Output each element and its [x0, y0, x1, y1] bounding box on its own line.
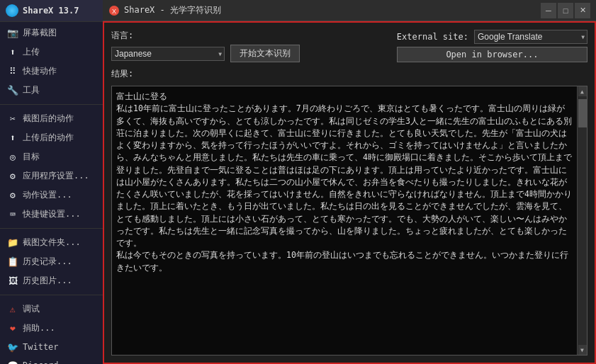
- sidebar-divider-3: [0, 295, 103, 295]
- folder-icon: 📁: [7, 237, 18, 249]
- app-settings-icon: ⚙: [7, 171, 18, 182]
- sidebar-item-screenshot[interactable]: 📷 屏幕截图: [0, 23, 103, 42]
- tools-icon: 🔧: [7, 85, 18, 96]
- sidebar-item-donate[interactable]: ❤ 捐助...: [0, 319, 103, 338]
- lang-select-wrapper: Japanese Chinese (Simplified) Chinese (T…: [111, 47, 225, 61]
- sidebar-bottom-section: ⚠ 调试 ❤ 捐助... 🐦 Twitter 💬 Discord ℹ 关于...: [0, 298, 103, 364]
- sidebar-divider-2: [0, 228, 103, 229]
- sidebar-item-label: 捐助...: [23, 322, 55, 334]
- scroll-down-arrow[interactable]: ▼: [578, 345, 587, 355]
- result-label: 结果:: [111, 68, 587, 80]
- ext-select-wrapper: Google Translate DeepL Bing Translator: [474, 30, 587, 44]
- sidebar-item-label: 截图后的动作: [23, 113, 74, 125]
- hotkey-settings-icon: ⌨: [7, 209, 18, 220]
- app-title: ShareX 13.7: [23, 6, 79, 16]
- sidebar-item-twitter[interactable]: 🐦 Twitter: [0, 338, 103, 356]
- sidebar-files-section: 📁 截图文件夹... 📋 历史记录... 🖼 历史图片...: [0, 232, 103, 292]
- sidebar-item-label: Discord: [23, 360, 59, 364]
- start-ocr-button[interactable]: 开始文本识别: [230, 45, 300, 62]
- upload-icon: ⬆: [7, 47, 18, 58]
- app-logo-icon: [6, 4, 18, 17]
- sidebar-item-tools[interactable]: 🔧 工具: [0, 81, 103, 100]
- scrollbar[interactable]: ▲ ▼: [577, 86, 587, 355]
- after-capture-icon: ✂: [7, 113, 18, 125]
- external-label: External site:: [397, 32, 468, 42]
- lang-label: 语言:: [111, 30, 300, 42]
- dialog-content: 语言: Japanese Chinese (Simplified) Chines…: [103, 21, 596, 364]
- svg-text:X: X: [112, 8, 116, 15]
- close-button[interactable]: ✕: [575, 3, 590, 18]
- sidebar-header: ShareX 13.7: [0, 0, 103, 22]
- discord-icon: 💬: [7, 360, 18, 364]
- scroll-thumb[interactable]: [578, 99, 587, 127]
- external-site-select[interactable]: Google Translate DeepL Bing Translator: [474, 30, 587, 44]
- minimize-button[interactable]: ─: [541, 3, 556, 18]
- sidebar-item-hotkey-settings[interactable]: ⌨ 快捷键设置...: [0, 205, 103, 224]
- twitter-icon: 🐦: [7, 341, 18, 353]
- sidebar-item-action-settings[interactable]: ⚙ 动作设置...: [0, 186, 103, 205]
- after-upload-icon: ⬆: [7, 132, 18, 144]
- sidebar-item-label: 屏幕截图: [23, 27, 57, 39]
- maximize-button[interactable]: □: [558, 3, 573, 18]
- history-icon: 📋: [7, 256, 18, 268]
- action-settings-icon: ⚙: [7, 190, 18, 201]
- sidebar-top-section: 📷 屏幕截图 ⬆ 上传 ⠿ 快捷动作 🔧 工具: [0, 22, 103, 101]
- open-browser-button[interactable]: Open in browser...: [397, 47, 587, 62]
- sidebar: ShareX 13.7 📷 屏幕截图 ⬆ 上传 ⠿ 快捷动作 🔧 工具 ✂ 截图…: [0, 0, 103, 364]
- donate-icon: ❤: [7, 323, 18, 334]
- lang-select[interactable]: Japanese Chinese (Simplified) Chinese (T…: [111, 47, 225, 61]
- sidebar-item-label: 调试: [23, 303, 40, 315]
- screenshot-icon: 📷: [7, 28, 18, 39]
- sidebar-item-image-history[interactable]: 🖼 历史图片...: [0, 271, 103, 290]
- sidebar-item-label: 截图文件夹...: [23, 237, 81, 249]
- top-controls-row: 语言: Japanese Chinese (Simplified) Chines…: [111, 30, 587, 62]
- sidebar-mid-section: ✂ 截图后的动作 ⬆ 上传后的动作 ◎ 目标 ⚙ 应用程序设置... ⚙ 动作设…: [0, 108, 103, 225]
- sidebar-item-label: 历史图片...: [23, 275, 72, 287]
- main-area: X ShareX - 光学字符识别 ─ □ ✕ 语言: Japanese Chi…: [103, 0, 596, 364]
- title-left: X ShareX - 光学字符识别: [108, 4, 221, 16]
- sidebar-item-label: 目标: [23, 151, 40, 163]
- sidebar-item-history[interactable]: 📋 历史记录...: [0, 252, 103, 271]
- sidebar-item-label: 上传后的动作: [23, 132, 74, 144]
- sidebar-item-app-settings[interactable]: ⚙ 应用程序设置...: [0, 166, 103, 186]
- sidebar-item-label: Twitter: [23, 342, 59, 352]
- sidebar-item-after-upload[interactable]: ⬆ 上传后的动作: [0, 128, 103, 147]
- sidebar-item-label: 上传: [23, 46, 40, 58]
- sharex-title-icon: X: [108, 5, 120, 16]
- destinations-icon: ◎: [7, 152, 18, 163]
- image-history-icon: 🖼: [7, 275, 18, 287]
- sidebar-item-after-capture[interactable]: ✂ 截图后的动作: [0, 109, 103, 128]
- dialog-title-text: ShareX - 光学字符识别: [124, 4, 221, 16]
- sidebar-item-label: 工具: [23, 84, 40, 96]
- sidebar-divider-1: [0, 104, 103, 105]
- window-buttons: ─ □ ✕: [541, 3, 590, 18]
- external-site-row: External site: Google Translate DeepL Bi…: [397, 30, 587, 44]
- right-controls: External site: Google Translate DeepL Bi…: [397, 30, 587, 62]
- lang-section: 语言: Japanese Chinese (Simplified) Chines…: [111, 30, 300, 62]
- sidebar-item-label: 动作设置...: [23, 189, 72, 201]
- sidebar-item-destinations[interactable]: ◎ 目标: [0, 147, 103, 166]
- result-textarea[interactable]: [112, 86, 577, 355]
- sidebar-item-label: 快捷动作: [23, 65, 57, 77]
- sidebar-item-discord[interactable]: 💬 Discord: [0, 356, 103, 364]
- scroll-up-arrow[interactable]: ▲: [578, 86, 587, 96]
- sidebar-item-screenshot-folder[interactable]: 📁 截图文件夹...: [0, 233, 103, 252]
- sidebar-item-upload[interactable]: ⬆ 上传: [0, 42, 103, 62]
- result-area-wrapper: ▲ ▼: [111, 86, 587, 356]
- sidebar-item-label: 快捷键设置...: [23, 208, 81, 220]
- sidebar-item-label: 应用程序设置...: [23, 170, 89, 182]
- sidebar-item-debug[interactable]: ⚠ 调试: [0, 300, 103, 319]
- dialog-titlebar: X ShareX - 光学字符识别 ─ □ ✕: [103, 0, 596, 21]
- sidebar-item-label: 历史记录...: [23, 256, 72, 268]
- debug-icon: ⚠: [7, 304, 18, 315]
- quick-actions-icon: ⠿: [7, 66, 18, 77]
- sidebar-item-quick-actions[interactable]: ⠿ 快捷动作: [0, 62, 103, 81]
